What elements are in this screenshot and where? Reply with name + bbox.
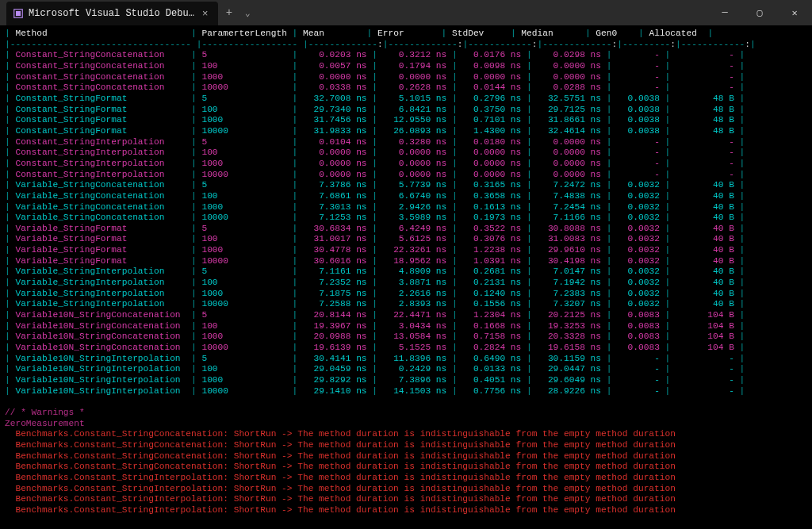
- tab-close-icon[interactable]: ×: [199, 8, 212, 20]
- tab-debug-console[interactable]: Microsoft Visual Studio Debu… ×: [6, 2, 218, 25]
- maximize-button[interactable]: ▢: [742, 0, 777, 25]
- minimize-button[interactable]: —: [707, 0, 742, 25]
- new-tab-button[interactable]: +: [218, 6, 240, 19]
- console-output[interactable]: | Method | ParamerterLength | Mean | Err…: [0, 25, 812, 529]
- titlebar: Microsoft Visual Studio Debu… × + ⌄ — ▢ …: [0, 0, 812, 25]
- tab-dropdown-icon[interactable]: ⌄: [240, 8, 255, 18]
- vs-icon: [13, 8, 24, 19]
- window-controls: — ▢ ✕: [707, 0, 812, 25]
- svg-rect-1: [16, 11, 21, 16]
- tab-title: Microsoft Visual Studio Debu…: [29, 8, 194, 19]
- close-button[interactable]: ✕: [777, 0, 812, 25]
